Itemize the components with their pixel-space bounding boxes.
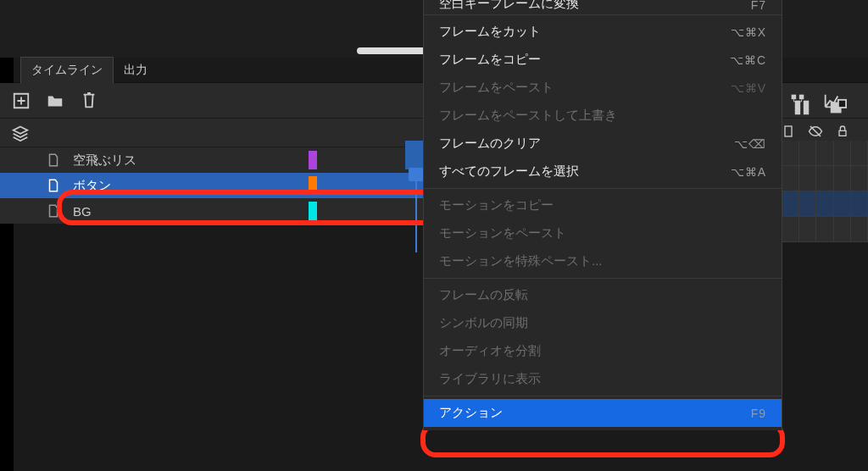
menu-item: フレームをペーストして上書き [424, 102, 782, 130]
tab-timeline[interactable]: タイムライン [20, 57, 114, 84]
playhead[interactable] [409, 168, 424, 252]
menu-item-shortcut: F9 [751, 407, 766, 420]
new-layer-button[interactable] [12, 91, 31, 110]
menu-item-label: フレームをペースト [439, 80, 554, 96]
menu-item-label: ライブラリに表示 [439, 371, 541, 387]
keyframe-view-icon[interactable] [828, 98, 847, 117]
menu-item-label: フレームの反転 [439, 287, 528, 303]
layer-color-marker [309, 151, 317, 169]
menu-item-label: モーションをペースト [439, 225, 566, 241]
svg-rect-6 [795, 101, 800, 115]
menu-item-shortcut: ⌥⌘X [731, 25, 766, 39]
menu-separator [424, 396, 782, 396]
menu-item: モーションをペースト [424, 219, 782, 247]
menu-item-shortcut: ⌥⌘A [731, 165, 766, 179]
menu-item-shortcut: ⌥⌘V [731, 81, 766, 95]
svg-rect-7 [804, 101, 809, 115]
svg-rect-3 [785, 126, 792, 136]
menu-item: フレームをペースト⌥⌘V [424, 74, 782, 102]
menu-item[interactable]: フレームのクリア⌥⌫ [424, 130, 782, 158]
layer-color-marker [309, 176, 317, 195]
menu-item[interactable]: 空白キーフレームに変換F7 [424, 0, 782, 12]
menu-item-label: オーディオを分割 [439, 343, 541, 359]
menu-item-label: フレームをペーストして上書き [439, 108, 617, 124]
menu-item-label: フレームのクリア [439, 136, 541, 152]
visibility-col-icon[interactable] [802, 124, 829, 141]
menu-item-label: アクション [439, 405, 503, 421]
menu-item: シンボルの同期 [424, 309, 782, 337]
svg-rect-9 [838, 100, 846, 108]
menu-separator [424, 188, 782, 189]
menu-item-label: フレームをカット [439, 24, 541, 40]
menu-separator [424, 278, 782, 279]
menu-item-label: モーションを特殊ペースト... [439, 253, 603, 269]
layers-icon [12, 125, 29, 141]
layer-type-icon [46, 203, 61, 219]
menu-item: オーディオを分割 [424, 337, 782, 365]
new-folder-button[interactable] [46, 91, 64, 110]
layer-type-icon [46, 152, 61, 168]
window-edge [0, 0, 14, 471]
menu-item[interactable]: フレームをカット⌥⌘X [424, 18, 782, 46]
right-toolbar [793, 98, 847, 117]
svg-rect-4 [839, 130, 846, 136]
layer-type-icon [46, 178, 61, 193]
layer-color-marker [309, 202, 317, 220]
menu-item-label: モーションをコピー [439, 197, 554, 213]
horizontal-scrollbar[interactable] [357, 47, 427, 54]
menu-item-shortcut: ⌥⌫ [734, 137, 766, 151]
menu-item-label: 空白キーフレームに変換 [439, 0, 579, 12]
menu-item[interactable]: すべてのフレームを選択⌥⌘A [424, 158, 782, 186]
menu-item: モーションを特殊ペースト... [424, 247, 782, 275]
menu-item[interactable]: フレームをコピー⌥⌘C [424, 46, 782, 74]
menu-separator [424, 14, 782, 15]
menu-item[interactable]: アクションF9 [424, 399, 782, 427]
menu-item-label: シンボルの同期 [439, 315, 528, 331]
frame-context-menu: 空白キーフレームに変換F7フレームをカット⌥⌘Xフレームをコピー⌥⌘Cフレームを… [423, 0, 782, 430]
frame-ruler-segment[interactable] [405, 141, 424, 169]
lock-col-icon[interactable] [829, 125, 856, 141]
timeline-frame-grid[interactable] [782, 141, 868, 268]
menu-item-label: すべてのフレームを選択 [439, 163, 579, 180]
menu-item: モーションをコピー [424, 191, 782, 219]
tab-output[interactable]: 出力 [114, 58, 158, 83]
delete-layer-button[interactable] [80, 91, 98, 110]
menu-item-label: フレームをコピー [439, 52, 541, 68]
menu-item: ライブラリに表示 [424, 365, 782, 393]
menu-item: フレームの反転 [424, 281, 782, 309]
menu-item-shortcut: ⌥⌘C [730, 53, 766, 67]
frame-view-icon[interactable] [793, 98, 811, 117]
menu-item-shortcut: F7 [751, 0, 766, 12]
